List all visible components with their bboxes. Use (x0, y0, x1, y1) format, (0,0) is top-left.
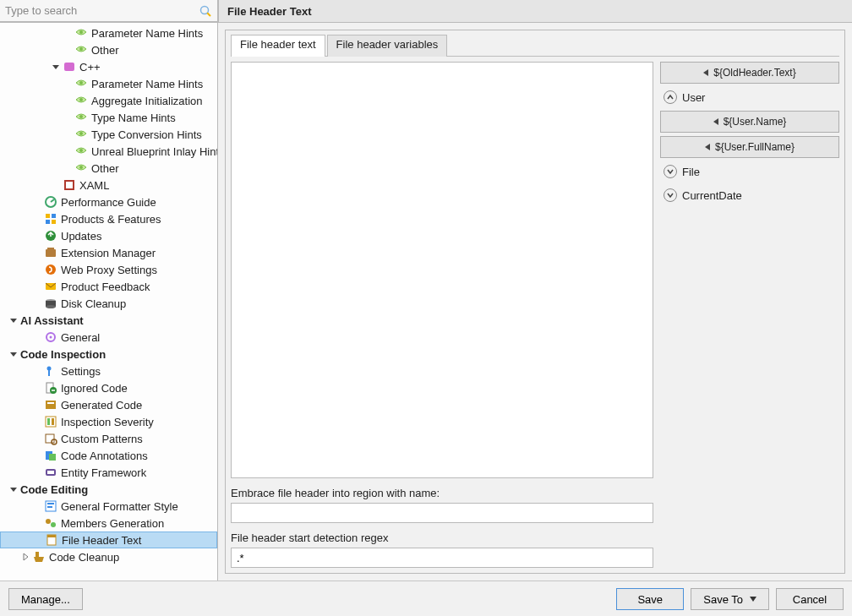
tree-row[interactable]: Unreal Blueprint Inlay Hints (0, 143, 217, 160)
svg-point-7 (79, 115, 83, 118)
tree-row[interactable]: General (0, 329, 217, 346)
region-name-input[interactable] (231, 503, 653, 523)
expander-spacer (32, 264, 42, 275)
svg-point-9 (79, 149, 83, 152)
tree-row[interactable]: File Header Text (0, 532, 217, 548)
expander-spacer (63, 146, 73, 156)
tree-label: Unreal Blueprint Inlay Hints (91, 145, 218, 158)
tree-row[interactable]: Parameter Name Hints (0, 25, 217, 41)
settings-icon (44, 364, 57, 378)
file-header-textarea[interactable] (231, 62, 653, 478)
tree-row[interactable]: Other (0, 160, 217, 177)
tree-row[interactable]: XAML (0, 177, 217, 194)
insert-variable-button[interactable]: ${OldHeader.Text} (660, 62, 839, 84)
expander-spacer (63, 28, 73, 38)
expander-spacer (32, 433, 42, 444)
svg-point-6 (79, 98, 83, 101)
save-to-label: Save To (703, 593, 743, 606)
save-to-button[interactable]: Save To (691, 588, 769, 610)
cancel-button[interactable]: Cancel (776, 588, 844, 610)
variable-group[interactable]: File (660, 161, 839, 182)
tab[interactable]: File header text (231, 35, 325, 57)
expander-icon[interactable] (8, 484, 19, 494)
tree-row[interactable]: General Formatter Style (0, 498, 217, 515)
chevron-down-icon (664, 165, 677, 178)
tree-row[interactable]: Settings (0, 363, 217, 379)
cpp-icon (63, 60, 76, 74)
tree-row[interactable]: AI Assistant (0, 312, 217, 329)
tab[interactable]: File header variables (327, 35, 448, 57)
patterns-icon (44, 432, 57, 445)
tree-row[interactable]: C++ (0, 58, 217, 75)
svg-point-22 (46, 264, 56, 275)
tree-row[interactable]: Code Annotations (0, 447, 217, 464)
tree-row[interactable]: Product Feedback (0, 278, 217, 295)
tree-row[interactable]: Code Editing (0, 481, 217, 498)
variable-group[interactable]: CurrentDate (660, 185, 839, 205)
tree-label: Inspection Severity (61, 416, 214, 428)
expander-spacer (32, 248, 42, 258)
svg-rect-21 (47, 248, 54, 250)
tree-row[interactable]: Products & Features (0, 210, 217, 227)
expander-icon[interactable] (8, 349, 19, 359)
expander-icon[interactable] (8, 315, 19, 325)
tree-row[interactable]: Generated Code (0, 396, 217, 413)
proxy-icon (44, 263, 57, 276)
tree-row[interactable]: Type Conversion Hints (0, 126, 217, 143)
tree-row[interactable]: Members Generation (0, 515, 217, 532)
xaml-icon (63, 178, 76, 192)
svg-rect-36 (46, 417, 56, 427)
svg-rect-44 (47, 471, 54, 474)
svg-point-29 (47, 367, 52, 371)
tree-row[interactable]: Code Cleanup (0, 548, 217, 565)
feedback-icon (44, 280, 57, 293)
tree-row[interactable]: Custom Patterns (0, 430, 217, 447)
expander-icon[interactable] (20, 552, 30, 562)
search-input[interactable] (0, 1, 199, 20)
hint-icon (74, 128, 88, 141)
svg-rect-52 (36, 552, 39, 557)
hint-icon (74, 144, 88, 158)
insert-variable-button[interactable]: ${User.Name} (660, 111, 839, 133)
svg-rect-47 (47, 506, 52, 508)
tree-row[interactable]: Type Name Hints (0, 109, 217, 126)
chevron-up-icon (664, 90, 677, 104)
svg-rect-39 (46, 434, 54, 443)
expander-spacer (32, 467, 42, 477)
tree-label: AI Assistant (20, 314, 214, 327)
regex-input[interactable] (231, 548, 653, 568)
save-button[interactable]: Save (616, 588, 684, 610)
tree-row[interactable]: Entity Framework (0, 464, 217, 481)
tree-label: Updates (61, 230, 214, 243)
tree-row[interactable]: Code Inspection (0, 346, 217, 363)
tree-row[interactable]: Performance Guide (0, 194, 217, 210)
tree-row[interactable]: Disk Cleanup (0, 295, 217, 312)
tree-label: File Header Text (62, 534, 213, 547)
tree-row[interactable]: Ignored Code (0, 379, 217, 396)
variable-group[interactable]: User (660, 87, 839, 107)
svg-rect-46 (47, 503, 54, 504)
expander-spacer (32, 214, 42, 224)
tree-row[interactable]: Inspection Severity (0, 413, 217, 430)
svg-point-0 (201, 6, 209, 14)
expander-spacer (63, 163, 73, 173)
expander-spacer (32, 400, 42, 410)
tree-label: Product Feedback (61, 281, 214, 293)
tree-row[interactable]: Updates (0, 227, 217, 244)
hint-icon (74, 111, 88, 124)
expander-icon[interactable] (51, 62, 61, 72)
tree-row[interactable]: Aggregate Initialization (0, 92, 217, 109)
svg-rect-34 (46, 401, 56, 409)
svg-rect-30 (48, 370, 50, 376)
settings-tree[interactable]: Parameter Name HintsOtherC++Parameter Na… (0, 23, 218, 581)
expander-spacer (32, 450, 42, 461)
insert-variable-button[interactable]: ${User.FullName} (660, 136, 839, 158)
manage-button[interactable]: Manage... (8, 588, 83, 610)
tree-label: Disk Cleanup (61, 297, 214, 310)
tree-row[interactable]: Web Proxy Settings (0, 261, 217, 278)
tree-row[interactable]: Extension Manager (0, 244, 217, 261)
tree-row[interactable]: Other (0, 41, 217, 58)
tree-row[interactable]: Parameter Name Hints (0, 75, 217, 92)
ignored-icon (44, 381, 57, 395)
expander-spacer (32, 518, 42, 528)
